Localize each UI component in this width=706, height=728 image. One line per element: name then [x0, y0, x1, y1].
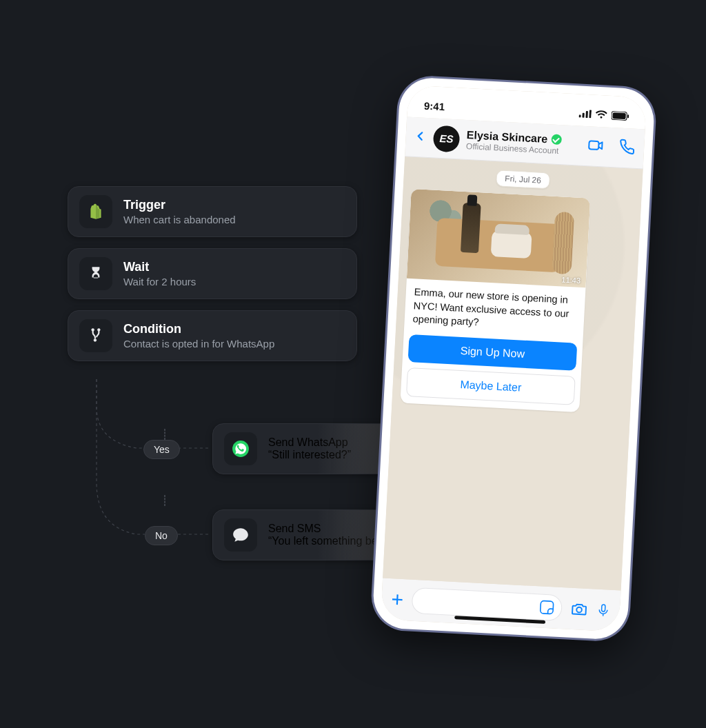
avatar[interactable]: ES — [433, 125, 461, 152]
svg-rect-16 — [601, 605, 605, 611]
shopify-icon — [79, 195, 112, 228]
date-pill: Fri, Jul 26 — [496, 170, 551, 189]
wait-card[interactable]: Wait Wait for 2 hours — [68, 248, 357, 299]
wait-title: Wait — [123, 260, 196, 274]
message-image[interactable]: 11:43 — [407, 189, 590, 287]
cellular-icon — [578, 109, 592, 118]
camera-button[interactable] — [569, 600, 588, 618]
back-button[interactable] — [414, 130, 427, 145]
trigger-card[interactable]: Trigger When cart is abandoned — [68, 186, 357, 237]
svg-rect-14 — [541, 600, 554, 614]
verified-badge-icon — [552, 134, 563, 145]
branch-pill-yes: Yes — [143, 440, 180, 459]
svg-point-1 — [97, 328, 100, 331]
send-whatsapp-title: Send WhatsApp — [268, 436, 351, 449]
whatsapp-icon — [224, 432, 257, 465]
trigger-sub: When cart is abandoned — [123, 214, 236, 225]
sticker-button-icon[interactable] — [539, 599, 555, 615]
svg-rect-13 — [589, 141, 599, 150]
chat-title-block[interactable]: Elysia Skincare Official Business Accoun… — [466, 129, 563, 156]
branch-pill-no: No — [145, 526, 178, 545]
svg-rect-9 — [589, 110, 592, 118]
wifi-icon — [595, 110, 607, 119]
send-whatsapp-sub: “Still interested?” — [268, 449, 351, 461]
svg-point-0 — [92, 328, 94, 331]
branch-icon — [79, 319, 112, 352]
status-time: 9:41 — [424, 99, 445, 112]
condition-title: Condition — [123, 322, 274, 336]
image-timestamp: 11:43 — [561, 275, 581, 284]
message-bubble: 11:43 Emma, our new store is opening in … — [400, 189, 590, 412]
hourglass-icon — [79, 257, 112, 290]
chat-body[interactable]: Fri, Jul 26 11:43 Emma, our new store is… — [383, 156, 643, 590]
message-text: Emma, our new store is opening in NYC! W… — [404, 279, 586, 343]
condition-card[interactable]: Condition Contact is opted in for WhatsA… — [68, 310, 357, 361]
wait-sub: Wait for 2 hours — [123, 276, 196, 287]
svg-rect-12 — [627, 114, 629, 118]
video-call-button[interactable] — [587, 136, 605, 156]
condition-sub: Contact is opted in for WhatsApp — [123, 338, 274, 350]
svg-rect-7 — [582, 113, 584, 118]
message-input[interactable] — [411, 587, 563, 621]
svg-point-15 — [576, 607, 582, 613]
mic-button[interactable] — [596, 601, 610, 620]
svg-rect-6 — [578, 114, 581, 117]
voice-call-button[interactable] — [618, 138, 636, 158]
attach-button[interactable]: + — [391, 589, 404, 610]
connector — [164, 495, 165, 506]
svg-rect-11 — [612, 112, 625, 119]
battery-icon — [611, 110, 629, 120]
svg-point-2 — [94, 338, 97, 341]
trigger-title: Trigger — [123, 198, 236, 212]
maybe-later-button[interactable]: Maybe Later — [406, 367, 576, 405]
svg-rect-8 — [585, 111, 588, 118]
connector — [164, 429, 165, 440]
phone-mockup: 9:41 ES Elysia Skincare Official Busines… — [372, 77, 655, 640]
workflow: Trigger When cart is abandoned Wait Wait… — [68, 186, 357, 361]
sms-icon — [224, 518, 257, 552]
